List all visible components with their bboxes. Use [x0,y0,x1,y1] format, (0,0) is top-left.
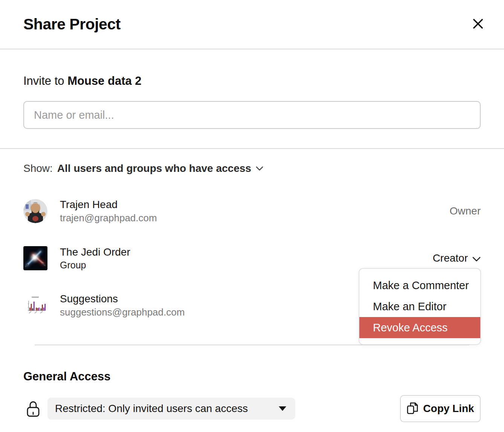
member-role-value: Creator [433,252,468,264]
avatar-lightsabers-image [23,246,47,270]
chevron-down-icon [256,165,263,172]
member-name: Suggestions [60,293,185,304]
lock-icon [26,400,41,417]
restriction-select[interactable]: Restricted: Only invited users can acces… [47,398,295,420]
member-name: Trajen Head [60,199,157,210]
close-button[interactable] [470,16,486,33]
avatar-profile-photo [23,199,47,223]
general-access-heading: General Access [23,370,481,383]
restriction-value: Restricted: Only invited users can acces… [55,403,248,415]
copy-icon [406,401,418,417]
member-role-owner: Owner [450,205,481,217]
project-name: Mouse data 2 [67,74,141,87]
member-row-jedi-order: The Jedi Order Group Creator [23,246,481,270]
dialog-title: Share Project [23,15,121,33]
invite-section: Invite to Mouse data 2 [0,49,504,149]
show-filter-dropdown[interactable]: Show: All users and groups who have acce… [23,162,481,175]
invite-input[interactable] [23,101,481,129]
member-name: The Jedi Order [60,247,130,257]
menu-item-revoke-access[interactable]: Revoke Access [359,317,480,338]
member-email: trajen@graphpad.com [60,213,157,223]
copy-link-label: Copy Link [423,403,474,415]
role-context-menu: Make a Commenter Make an Editor Revoke A… [359,268,481,345]
member-subtitle: Group [60,260,130,270]
copy-link-button[interactable]: Copy Link [400,395,481,422]
show-filter-value: All users and groups who have access [57,162,251,175]
invite-label-prefix: Invite to [23,74,67,87]
member-text: Trajen Head trajen@graphpad.com [60,199,157,223]
members-section: Show: All users and groups who have acce… [0,149,504,345]
member-text: The Jedi Order Group [60,247,130,270]
show-filter-label: Show: [23,162,53,175]
close-icon [472,18,484,31]
menu-item-make-editor[interactable]: Make an Editor [359,296,480,317]
member-email: suggestions@graphpad.com [60,307,185,317]
avatar-chart-thumbnail [23,293,47,317]
invite-label: Invite to Mouse data 2 [23,74,481,88]
member-role-dropdown[interactable]: Creator [433,252,481,264]
general-access-row: Restricted: Only invited users can acces… [23,395,481,422]
chevron-down-icon [472,252,481,264]
member-row-trajen-head: Trajen Head trajen@graphpad.com Owner [23,199,481,223]
member-text: Suggestions suggestions@graphpad.com [60,293,185,317]
dropdown-arrow-icon [279,406,286,411]
general-access-section: General Access Restricted: Only invited … [0,345,504,422]
menu-item-make-commenter[interactable]: Make a Commenter [359,275,480,296]
dialog-header: Share Project [0,0,504,49]
